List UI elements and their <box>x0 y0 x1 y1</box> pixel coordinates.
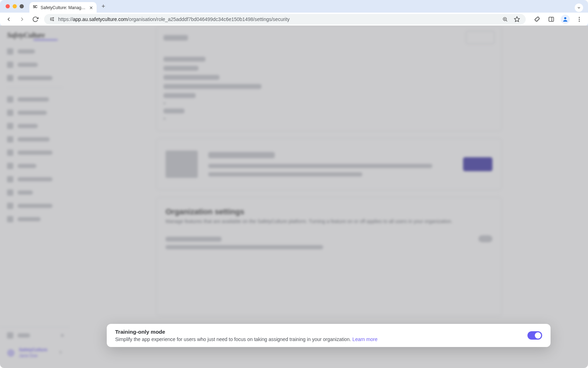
favicon-icon: SC <box>33 5 38 11</box>
tabs-dropdown-button[interactable] <box>575 4 583 12</box>
skeleton-dot <box>163 102 166 104</box>
promo-cta-button-skeleton <box>463 157 492 171</box>
sidebar-icon <box>7 96 13 103</box>
sidebar-label-skeleton <box>18 124 38 128</box>
sidebar-icon <box>7 75 13 81</box>
url-scheme: https:// <box>58 16 73 22</box>
window-minimize-icon[interactable] <box>13 4 17 8</box>
new-tab-button[interactable]: + <box>102 3 105 10</box>
sidebar-label-skeleton <box>18 111 47 115</box>
sidebar-label-skeleton <box>18 333 30 338</box>
profile-icon[interactable] <box>561 15 570 24</box>
sidebar-label-skeleton <box>18 151 52 155</box>
sidebar-icon <box>7 123 13 129</box>
sidebar-item[interactable] <box>0 45 70 58</box>
sidebar-icon <box>7 189 13 196</box>
toggle-skeleton <box>478 235 492 242</box>
svg-marker-10 <box>514 16 520 21</box>
skeleton-line <box>163 93 196 98</box>
org-switcher[interactable]: SafetyCulture Jane Doe <box>0 343 70 364</box>
panel-body: Training-only mode Simplify the app expe… <box>115 329 527 342</box>
sidebar-label-skeleton <box>18 177 52 181</box>
tab-close-icon[interactable]: ✕ <box>89 5 93 11</box>
svg-line-9 <box>506 20 507 21</box>
learn-more-link[interactable]: Learn more <box>352 336 378 342</box>
main: Organization settings Manage features th… <box>70 26 588 368</box>
skeleton-line <box>208 152 275 158</box>
sidebar-item[interactable] <box>0 173 70 186</box>
svg-rect-11 <box>549 17 554 21</box>
sidebar-label-skeleton <box>18 137 50 141</box>
window-maximize-icon[interactable] <box>20 4 24 8</box>
sidebar-icon <box>7 62 13 68</box>
panel-description: Simplify the app experience for users wh… <box>115 336 527 342</box>
skeleton-line <box>163 66 198 71</box>
address-url: https://app.au.safetyculture.com/organis… <box>58 16 290 22</box>
card-action-button-skeleton <box>466 31 495 44</box>
sidebar-item[interactable] <box>0 159 70 173</box>
svg-point-3 <box>53 18 54 19</box>
chrome-menu-icon[interactable] <box>575 15 584 24</box>
promo-card <box>156 138 502 190</box>
panel-title: Training-only mode <box>115 329 527 335</box>
sidebar-icon <box>7 216 13 222</box>
extensions-icon[interactable] <box>533 15 542 24</box>
zoom-icon[interactable] <box>500 15 510 24</box>
nav-back-button[interactable] <box>4 15 13 24</box>
svg-point-13 <box>564 17 566 19</box>
tab-title: SafetyCulture: Manage Teams and... <box>41 5 87 10</box>
skeleton-line <box>166 237 222 242</box>
toolbar-row: https://app.au.safetyculture.com/organis… <box>0 13 588 26</box>
skeleton-line <box>166 245 323 249</box>
window-close-icon[interactable] <box>6 4 10 8</box>
logo-text: SafetyCulture <box>0 29 70 45</box>
organization-settings-card: Organization settings Manage features th… <box>156 197 502 316</box>
svg-point-14 <box>579 17 580 18</box>
sidebar-label-skeleton <box>18 204 52 208</box>
dot-icon <box>61 334 64 337</box>
sidebar-label-skeleton <box>18 97 49 102</box>
sidebar-icon <box>7 48 13 55</box>
address-bar[interactable]: https://app.au.safetyculture.com/organis… <box>44 14 526 25</box>
skeleton-line <box>163 84 261 89</box>
svg-point-16 <box>579 20 580 21</box>
sidebar-item[interactable] <box>0 58 70 71</box>
sidebar-item[interactable] <box>0 213 70 226</box>
sidebar-footer-item[interactable] <box>0 327 70 343</box>
skeleton-dot <box>163 118 166 120</box>
sidebar-item[interactable] <box>0 199 70 213</box>
training-only-toggle[interactable] <box>527 331 542 340</box>
skeleton-line <box>163 57 205 62</box>
sidebar-item[interactable] <box>0 133 70 146</box>
toggle-knob-icon <box>535 332 541 339</box>
nav-forward-button[interactable] <box>18 15 27 24</box>
sidebar-item[interactable] <box>0 106 70 119</box>
sidebar-label-skeleton <box>18 217 41 221</box>
sidebar-icon <box>7 150 13 156</box>
side-panel-icon[interactable] <box>547 15 556 24</box>
logo[interactable]: SafetyCulture <box>0 29 70 45</box>
tab-strip: SC SafetyCulture: Manage Teams and... ✕ … <box>0 0 588 13</box>
browser-chrome: SC SafetyCulture: Manage Teams and... ✕ … <box>0 0 588 26</box>
sidebar-item[interactable] <box>0 71 70 85</box>
sidebar-label-skeleton <box>18 63 38 67</box>
sidebar-item[interactable] <box>0 119 70 133</box>
sidebar-item[interactable] <box>0 146 70 159</box>
sidebar-item[interactable] <box>0 93 70 106</box>
promo-image-skeleton <box>166 151 198 178</box>
sidebar-label-skeleton <box>18 49 35 54</box>
chevron-right-icon <box>58 350 63 356</box>
sidebar-item[interactable] <box>0 186 70 199</box>
sidebar-icon <box>7 332 13 339</box>
svg-point-17 <box>10 352 12 354</box>
sidebar-label-skeleton <box>18 76 52 80</box>
sidebar-icon <box>7 163 13 169</box>
nav-reload-button[interactable] <box>31 15 40 24</box>
browser-tab[interactable]: SC SafetyCulture: Manage Teams and... ✕ <box>29 2 97 13</box>
svg-point-4 <box>50 19 51 20</box>
skeleton-line <box>163 109 184 113</box>
bookmark-icon[interactable] <box>512 15 522 24</box>
site-settings-icon[interactable] <box>48 16 55 23</box>
svg-point-5 <box>53 20 54 21</box>
sidebar-label-skeleton <box>18 164 36 168</box>
